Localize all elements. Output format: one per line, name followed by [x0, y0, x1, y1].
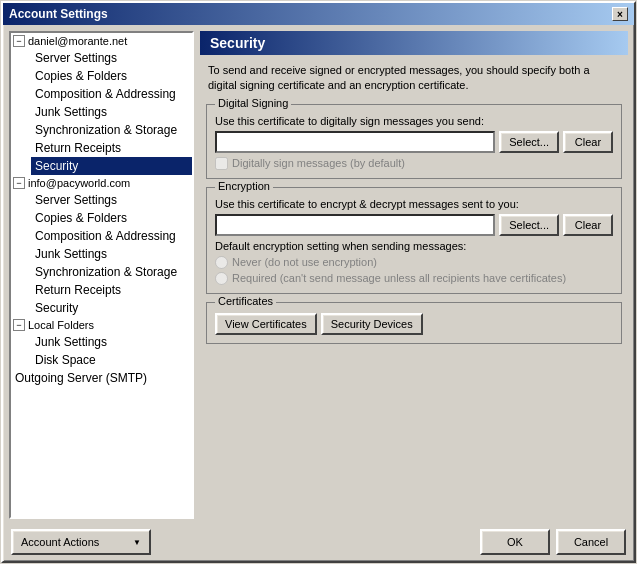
- certificates-title: Certificates: [215, 295, 276, 307]
- certificates-buttons-row: View Certificates Security Devices: [215, 313, 613, 335]
- tree-item-info-copies[interactable]: Copies & Folders: [31, 209, 192, 227]
- tree-account-info-label: info@pacyworld.com: [28, 177, 130, 189]
- tree-item-info-junk[interactable]: Junk Settings: [31, 245, 192, 263]
- tree-account-daniel-label: daniel@morante.net: [28, 35, 127, 47]
- tree-item-info-security[interactable]: Security: [31, 299, 192, 317]
- security-section-header: Security: [200, 31, 628, 55]
- tree-item-info-composition[interactable]: Composition & Addressing: [31, 227, 192, 245]
- account-settings-window: Account Settings × − daniel@morante.net …: [1, 1, 636, 563]
- digital-signing-content: Use this certificate to digitally sign m…: [215, 115, 613, 170]
- encryption-group: Encryption Use this certificate to encry…: [206, 187, 622, 294]
- digital-signing-checkbox-row: Digitally sign messages (by default): [215, 157, 613, 170]
- digital-signing-checkbox-label: Digitally sign messages (by default): [232, 157, 405, 169]
- digital-signing-cert-input[interactable]: [215, 131, 495, 153]
- tree-item-outgoing[interactable]: Outgoing Server (SMTP): [11, 369, 192, 387]
- tree-item-info-sync[interactable]: Synchronization & Storage: [31, 263, 192, 281]
- tree-account-local[interactable]: − Local Folders: [11, 317, 192, 333]
- tree-account-local-label: Local Folders: [28, 319, 94, 331]
- tree-item-daniel-server[interactable]: Server Settings: [31, 49, 192, 67]
- encryption-radio-never-row: Never (do not use encryption): [215, 256, 613, 269]
- digital-signing-select-button[interactable]: Select...: [499, 131, 559, 153]
- collapse-icon-info[interactable]: −: [13, 177, 25, 189]
- security-description: To send and receive signed or encrypted …: [200, 63, 628, 100]
- cancel-button[interactable]: Cancel: [556, 529, 626, 555]
- view-certificates-button[interactable]: View Certificates: [215, 313, 317, 335]
- ok-cancel-row: OK Cancel: [480, 529, 626, 555]
- digital-signing-desc: Use this certificate to digitally sign m…: [215, 115, 613, 127]
- tree-children-info: Server Settings Copies & Folders Composi…: [11, 191, 192, 317]
- digital-signing-input-row: Select... Clear: [215, 131, 613, 153]
- window-content: − daniel@morante.net Server Settings Cop…: [3, 25, 634, 525]
- encryption-cert-input[interactable]: [215, 214, 495, 236]
- tree-item-local-disk[interactable]: Disk Space: [31, 351, 192, 369]
- security-title: Security: [210, 35, 265, 51]
- tree-item-daniel-composition[interactable]: Composition & Addressing: [31, 85, 192, 103]
- window-title: Account Settings: [9, 7, 108, 21]
- digital-signing-title: Digital Signing: [215, 97, 291, 109]
- encryption-input-row: Select... Clear: [215, 214, 613, 236]
- certificates-group: Certificates View Certificates Security …: [206, 302, 622, 344]
- encryption-radio-required[interactable]: [215, 272, 228, 285]
- title-bar: Account Settings ×: [3, 3, 634, 25]
- tree-item-daniel-sync[interactable]: Synchronization & Storage: [31, 121, 192, 139]
- tree-item-daniel-security[interactable]: Security: [31, 157, 192, 175]
- tree-item-info-receipts[interactable]: Return Receipts: [31, 281, 192, 299]
- collapse-icon-local[interactable]: −: [13, 319, 25, 331]
- encryption-radio-never-label: Never (do not use encryption): [232, 256, 377, 268]
- collapse-icon-daniel[interactable]: −: [13, 35, 25, 47]
- digital-signing-group: Digital Signing Use this certificate to …: [206, 104, 622, 179]
- tree-item-daniel-copies[interactable]: Copies & Folders: [31, 67, 192, 85]
- tree-account-daniel[interactable]: − daniel@morante.net: [11, 33, 192, 49]
- tree-item-info-server[interactable]: Server Settings: [31, 191, 192, 209]
- dropdown-arrow-icon: ▼: [133, 538, 141, 547]
- encryption-default-label: Default encryption setting when sending …: [215, 240, 613, 252]
- tree-children-daniel: Server Settings Copies & Folders Composi…: [11, 49, 192, 175]
- digital-signing-checkbox[interactable]: [215, 157, 228, 170]
- tree-item-daniel-junk[interactable]: Junk Settings: [31, 103, 192, 121]
- encryption-desc: Use this certificate to encrypt & decryp…: [215, 198, 613, 210]
- close-button[interactable]: ×: [612, 7, 628, 21]
- encryption-radio-required-row: Required (can't send message unless all …: [215, 272, 613, 285]
- digital-signing-clear-button[interactable]: Clear: [563, 131, 613, 153]
- account-actions-button[interactable]: Account Actions ▼: [11, 529, 151, 555]
- encryption-clear-button[interactable]: Clear: [563, 214, 613, 236]
- encryption-title: Encryption: [215, 180, 273, 192]
- encryption-select-button[interactable]: Select...: [499, 214, 559, 236]
- tree-item-daniel-receipts[interactable]: Return Receipts: [31, 139, 192, 157]
- encryption-radio-never[interactable]: [215, 256, 228, 269]
- tree-item-local-junk[interactable]: Junk Settings: [31, 333, 192, 351]
- encryption-radio-required-label: Required (can't send message unless all …: [232, 272, 566, 284]
- ok-button[interactable]: OK: [480, 529, 550, 555]
- title-bar-buttons: ×: [612, 7, 628, 21]
- right-pane: Security To send and receive signed or e…: [200, 31, 628, 519]
- bottom-bar: Account Actions ▼ OK Cancel: [3, 525, 634, 561]
- tree-account-info[interactable]: − info@pacyworld.com: [11, 175, 192, 191]
- encryption-content: Use this certificate to encrypt & decryp…: [215, 198, 613, 285]
- security-devices-button[interactable]: Security Devices: [321, 313, 423, 335]
- tree-children-local: Junk Settings Disk Space: [11, 333, 192, 369]
- account-actions-label: Account Actions: [21, 536, 99, 548]
- tree-pane: − daniel@morante.net Server Settings Cop…: [9, 31, 194, 519]
